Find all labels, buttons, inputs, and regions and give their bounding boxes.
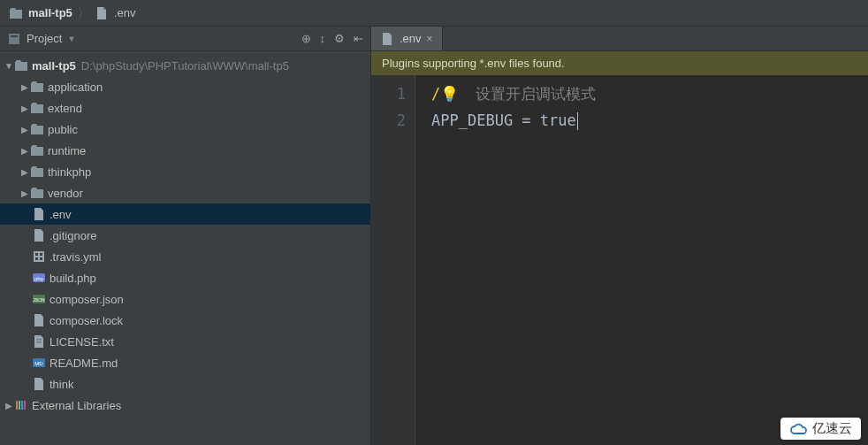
file-icon [32, 313, 46, 327]
svg-rect-2 [34, 251, 44, 262]
comment-text: 设置开启调试模式 [476, 85, 596, 103]
env-eq: = [513, 111, 540, 129]
php-icon: php [32, 271, 46, 285]
file-icon [32, 228, 46, 242]
json-icon: JSON [32, 292, 46, 306]
editor-body[interactable]: 1 2 /💡 设置开启调试模式 APP_DEBUG = true [371, 75, 868, 445]
code-line-1: /💡 设置开启调试模式 [431, 81, 596, 107]
tree-file-label: README.md [49, 357, 118, 370]
collapse-arrow-icon[interactable]: ▶ [19, 146, 30, 156]
collapse-arrow-icon[interactable]: ▶ [19, 104, 30, 113]
project-tree[interactable]: ▼ mall-tp5 D:\phpStudy\PHPTutorial\WWW\m… [0, 51, 370, 445]
svg-rect-15 [21, 401, 23, 410]
tree-root-path: D:\phpStudy\PHPTutorial\WWW\mall-tp5 [81, 59, 289, 73]
tree-file-label: .env [49, 208, 72, 221]
file-icon [95, 6, 109, 20]
line-number: 2 [371, 107, 406, 134]
gutter: 1 2 [371, 75, 415, 445]
svg-text:MD: MD [34, 361, 43, 366]
tree-folder[interactable]: ▶ thinkphp [0, 161, 370, 182]
tree-folder[interactable]: ▶ public [0, 119, 370, 140]
tree-file[interactable]: JSON composer.json [0, 288, 370, 310]
line-number: 1 [371, 81, 406, 107]
close-icon[interactable]: × [427, 33, 433, 45]
tree-file-label: LICENSE.txt [49, 335, 114, 349]
bulb-icon[interactable]: /💡 [431, 85, 459, 103]
expand-arrow-icon[interactable]: ▼ [4, 61, 14, 71]
collapse-arrow-icon[interactable]: ▶ [19, 167, 30, 177]
folder-icon [9, 6, 23, 20]
env-key: APP_DEBUG [431, 111, 513, 129]
tree-folder[interactable]: ▶ application [0, 76, 370, 97]
plugin-notice[interactable]: Plugins supporting *.env files found. [371, 51, 868, 75]
yaml-icon [32, 249, 46, 264]
env-value: true [540, 111, 576, 129]
sidebar-toolbar: ⊕ ↕ ⚙ ⇤ [301, 32, 364, 45]
tree-file-label: composer.json [49, 293, 124, 306]
tree-file[interactable]: .travis.yml [0, 246, 370, 267]
hide-icon[interactable]: ⇤ [354, 32, 363, 45]
folder-icon [30, 165, 44, 179]
folder-icon [30, 122, 44, 136]
cloud-icon [789, 423, 809, 435]
folder-icon [30, 143, 44, 157]
tree-root-name: mall-tp5 [32, 59, 76, 73]
tree-file-label: build.php [49, 272, 96, 285]
tree-file[interactable]: MD README.md [0, 352, 370, 373]
tree-file[interactable]: .gitignore [0, 225, 370, 246]
tree-file-label: .travis.yml [49, 250, 102, 264]
svg-text:php: php [34, 276, 44, 281]
folder-icon [30, 101, 44, 115]
tree-file-label: think [49, 378, 73, 391]
svg-text:JSON: JSON [33, 297, 45, 303]
collapse-arrow-icon[interactable]: ▶ [4, 401, 14, 410]
tree-file[interactable]: php build.php [0, 267, 370, 288]
file-icon [32, 334, 46, 349]
tab-bar: .env × [371, 27, 868, 51]
breadcrumb-project[interactable]: mall-tp5 [28, 6, 72, 19]
caret-icon [577, 112, 578, 130]
collapse-arrow-icon[interactable]: ▶ [19, 188, 30, 198]
collapse-arrow-icon[interactable]: ▶ [19, 125, 30, 134]
tab-env[interactable]: .env × [371, 27, 443, 50]
main: Project ▼ ⊕ ↕ ⚙ ⇤ ▼ mall-tp5 D:\phpStudy… [0, 27, 868, 445]
locate-icon[interactable]: ⊕ [301, 32, 311, 45]
collapse-icon[interactable]: ↕ [320, 32, 326, 45]
sidebar-title: Project [27, 32, 62, 45]
tree-folder[interactable]: ▶ vendor [0, 182, 370, 203]
collapse-arrow-icon[interactable]: ▶ [19, 82, 30, 92]
tree-root[interactable]: ▼ mall-tp5 D:\phpStudy\PHPTutorial\WWW\m… [0, 55, 370, 76]
tree-file-env[interactable]: .env [0, 203, 370, 225]
tree-folder-label: public [48, 123, 78, 136]
project-tool-icon[interactable] [7, 32, 21, 46]
svg-rect-3 [35, 253, 38, 256]
dropdown-icon[interactable]: ▼ [67, 35, 75, 43]
gear-icon[interactable]: ⚙ [334, 32, 345, 45]
svg-rect-6 [40, 257, 42, 260]
watermark-text: 亿速云 [812, 420, 852, 437]
tree-file-label: .gitignore [49, 229, 96, 242]
tree-folder[interactable]: ▶ extend [0, 97, 370, 119]
folder-icon [14, 58, 28, 73]
tree-folder-label: vendor [48, 187, 83, 200]
tree-file[interactable]: think [0, 373, 370, 395]
svg-rect-16 [24, 401, 26, 410]
tree-folder-label: extend [48, 102, 82, 115]
sidebar-header: Project ▼ ⊕ ↕ ⚙ ⇤ [0, 27, 370, 51]
svg-rect-1 [11, 35, 18, 37]
markdown-icon: MD [32, 356, 46, 370]
file-icon [32, 207, 46, 221]
tree-file-label: composer.lock [49, 314, 123, 327]
code-area[interactable]: /💡 设置开启调试模式 APP_DEBUG = true [415, 75, 596, 445]
external-libraries[interactable]: ▶ External Libraries [0, 395, 370, 416]
project-sidebar: Project ▼ ⊕ ↕ ⚙ ⇤ ▼ mall-tp5 D:\phpStudy… [0, 27, 371, 445]
chevron-right-icon: 〉 [78, 5, 89, 21]
svg-rect-4 [40, 253, 42, 256]
folder-icon [30, 80, 44, 94]
tree-file[interactable]: composer.lock [0, 310, 370, 331]
watermark: 亿速云 [780, 418, 861, 440]
tree-file[interactable]: LICENSE.txt [0, 331, 370, 352]
tree-folder[interactable]: ▶ runtime [0, 140, 370, 161]
file-icon [380, 32, 394, 46]
breadcrumb-file[interactable]: .env [114, 6, 136, 19]
